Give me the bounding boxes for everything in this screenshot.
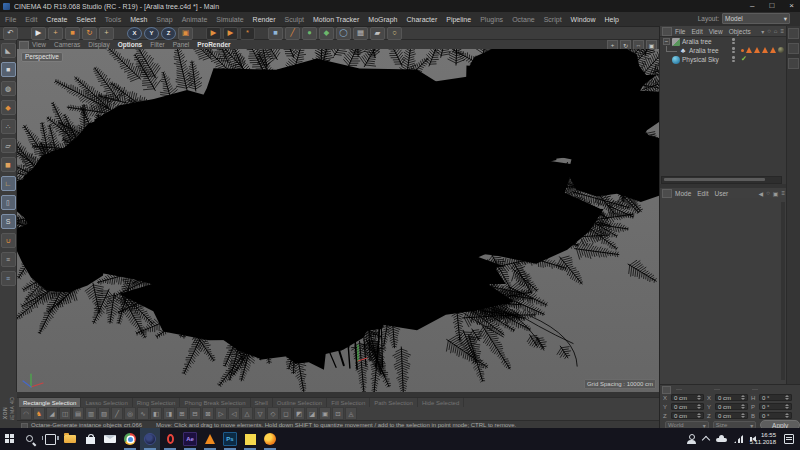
- stepper-icon[interactable]: [697, 395, 701, 400]
- locked-workplane-icon[interactable]: ≡: [1, 252, 16, 267]
- maximize-button[interactable]: □: [769, 2, 774, 10]
- stepper-icon[interactable]: [697, 413, 701, 418]
- lock-x-axis-icon[interactable]: X: [127, 27, 142, 40]
- lock-z-axis-icon[interactable]: Z: [161, 27, 176, 40]
- dock-icon[interactable]: [788, 58, 799, 69]
- spline-icon[interactable]: ◯: [336, 27, 351, 40]
- subdivision-surface-icon[interactable]: ●: [302, 27, 317, 40]
- make-editable-icon[interactable]: ◣: [1, 43, 16, 58]
- tool-icon-10[interactable]: ∿: [137, 407, 149, 420]
- back-arrow-icon[interactable]: ◀: [759, 190, 764, 197]
- list-icon[interactable]: ≡: [780, 28, 784, 34]
- attribute-manager-menu-item[interactable]: Edit: [697, 190, 708, 197]
- tool-tab[interactable]: Phong Break Selection: [180, 398, 250, 407]
- polygons-mode-icon[interactable]: ◼: [1, 157, 16, 172]
- last-tool-icon[interactable]: +: [99, 27, 114, 40]
- tool-icon-2[interactable]: ♞: [33, 407, 45, 420]
- render-view-icon[interactable]: ▶: [206, 27, 221, 40]
- tool-icon-14[interactable]: ⊟: [189, 407, 201, 420]
- lock-y-axis-icon[interactable]: Y: [144, 27, 159, 40]
- viewport[interactable]: Perspective Grid Spacing : 10000 cm: [17, 49, 659, 392]
- dock-icon[interactable]: [788, 43, 799, 54]
- live-selection-icon[interactable]: ▶: [31, 27, 46, 40]
- octane-objecttag-icon[interactable]: [746, 47, 752, 53]
- light-icon[interactable]: ○: [387, 27, 402, 40]
- attribute-manager-menu-item[interactable]: Mode: [675, 190, 691, 197]
- tool-icon-23[interactable]: ◪: [306, 407, 318, 420]
- tool-icon-19[interactable]: ▽: [254, 407, 266, 420]
- object-manager-scrollbar[interactable]: [661, 176, 782, 184]
- tool-icon-17[interactable]: ◁: [228, 407, 240, 420]
- panel-icon[interactable]: [662, 386, 671, 394]
- cinema4d-icon[interactable]: [140, 428, 160, 450]
- tool-icon-1[interactable]: ◠: [20, 407, 32, 420]
- task-view-icon[interactable]: [40, 428, 60, 450]
- octane-objecttag-icon[interactable]: [762, 47, 768, 53]
- tool-icon-22[interactable]: ◩: [293, 407, 305, 420]
- tool-icon-13[interactable]: ⊞: [176, 407, 188, 420]
- tool-tab[interactable]: Ring Selection: [133, 398, 181, 407]
- size-field[interactable]: 0 cm: [715, 394, 748, 401]
- action-center-icon[interactable]: [784, 434, 794, 444]
- dock-icon[interactable]: [788, 28, 799, 39]
- opera-icon[interactable]: [160, 428, 180, 450]
- octane-tag-icon[interactable]: [741, 49, 744, 52]
- object-row[interactable]: − Aralia tree: [660, 37, 786, 46]
- tool-icon-24[interactable]: ▣: [319, 407, 331, 420]
- tool-icon-12[interactable]: ◨: [163, 407, 175, 420]
- scale-tool-icon[interactable]: ■: [65, 27, 80, 40]
- list-icon[interactable]: ≡: [781, 190, 785, 196]
- octane-objecttag-icon[interactable]: [754, 47, 760, 53]
- vlc-icon[interactable]: [200, 428, 220, 450]
- object-manager-menu-item[interactable]: View: [709, 28, 723, 35]
- octane-objecttag-icon[interactable]: [770, 47, 776, 53]
- panel-icon[interactable]: [662, 189, 672, 198]
- undo-icon[interactable]: ↶: [3, 27, 18, 40]
- clock[interactable]: 16:55 5.11.2018: [750, 428, 776, 450]
- collapse-icon[interactable]: −: [663, 38, 670, 45]
- size-field[interactable]: 0 cm: [715, 412, 748, 419]
- stepper-icon[interactable]: [741, 395, 745, 400]
- render-settings-icon[interactable]: *: [240, 27, 255, 40]
- tool-icon-11[interactable]: ◧: [150, 407, 162, 420]
- workplane-icon[interactable]: ≡: [1, 271, 16, 286]
- tool-icon-5[interactable]: ▤: [72, 407, 84, 420]
- viewport-solo-icon[interactable]: ▯: [1, 195, 16, 210]
- spline-pen-icon[interactable]: ╱: [285, 27, 300, 40]
- object-manager-menu-item[interactable]: Objects: [729, 28, 751, 35]
- rotation-field[interactable]: 0 °: [759, 394, 792, 401]
- magnet-icon[interactable]: ∪: [1, 233, 16, 248]
- stepper-icon[interactable]: [697, 404, 701, 409]
- tool-tab[interactable]: Outline Selection: [273, 398, 327, 407]
- layout-dropdown[interactable]: Model ▾: [722, 13, 790, 24]
- tool-icon-21[interactable]: ◻: [280, 407, 292, 420]
- visibility-dots[interactable]: [732, 47, 735, 53]
- tool-icon-20[interactable]: ◇: [267, 407, 279, 420]
- workplane-mode-icon[interactable]: ◆: [1, 100, 16, 115]
- object-manager-menu-item[interactable]: Edit: [691, 28, 702, 35]
- tool-tab[interactable]: Shell: [251, 398, 273, 407]
- object-name[interactable]: Aralia tree: [689, 47, 719, 54]
- search-icon[interactable]: ○: [767, 28, 771, 34]
- texture-mode-icon[interactable]: ◍: [1, 81, 16, 96]
- stepper-icon[interactable]: [785, 404, 789, 409]
- tool-icon-25[interactable]: ⊡: [332, 407, 344, 420]
- chrome-icon[interactable]: [120, 428, 140, 450]
- material-tag-icon[interactable]: [778, 47, 784, 53]
- move-tool-icon[interactable]: +: [48, 27, 63, 40]
- firefox-icon[interactable]: [260, 428, 280, 450]
- start-icon[interactable]: [0, 428, 20, 450]
- rotation-field[interactable]: 0 °: [759, 403, 792, 410]
- environment-icon[interactable]: ▦: [353, 27, 368, 40]
- network-icon[interactable]: [734, 435, 743, 443]
- tab-rectangle-selection[interactable]: Rectangle Selection: [19, 398, 81, 407]
- home-icon[interactable]: ⌂: [774, 28, 778, 34]
- tool-icon-15[interactable]: ⊠: [202, 407, 214, 420]
- coordinate-system-icon[interactable]: ▣: [178, 27, 193, 40]
- object-row[interactable]: ♣ Aralia tree: [660, 46, 786, 55]
- filter-icon[interactable]: ▾: [761, 28, 764, 35]
- minimize-button[interactable]: –: [750, 2, 754, 10]
- position-field[interactable]: 0 cm: [671, 403, 704, 410]
- after-effects-icon[interactable]: Ae: [180, 428, 200, 450]
- object-manager-menu-item[interactable]: File: [675, 28, 685, 35]
